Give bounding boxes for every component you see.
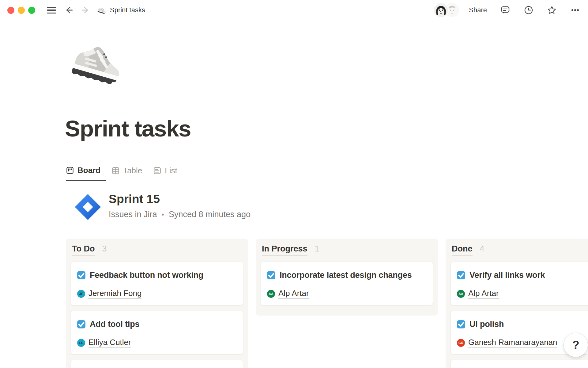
checkbox-checked-icon[interactable] <box>77 320 85 328</box>
collaborator-avatars <box>434 3 459 17</box>
column-title[interactable]: Done <box>452 244 473 256</box>
synced-database-header: Sprint 15 Issues in Jira • Synced 8 minu… <box>74 190 251 224</box>
board-view-icon <box>66 166 74 174</box>
comments-icon[interactable] <box>500 5 510 15</box>
tab-board[interactable]: Board <box>66 164 106 181</box>
task-title: Add tool tips <box>90 320 139 329</box>
more-options-icon[interactable] <box>570 5 580 15</box>
sync-source: Issues in Jira <box>109 210 157 219</box>
assignee-row: AAAlp Artar <box>267 289 427 299</box>
checkbox-checked-icon[interactable] <box>77 271 85 279</box>
sync-header-text: Sprint 15 Issues in Jira • Synced 8 minu… <box>109 190 251 224</box>
task-card[interactable]: Feedback button not workingJFJeremiah Fo… <box>71 262 243 305</box>
tab-table[interactable]: Table <box>106 164 148 180</box>
sneaker-icon <box>97 6 106 15</box>
task-title-row: Add tool tips <box>77 318 237 330</box>
assignee-row: ECElliya Cutler <box>77 338 237 348</box>
dot-separator: • <box>162 210 164 219</box>
board: To Do3Feedback button not workingJFJerem… <box>66 239 588 368</box>
assignee-avatar: AA <box>267 290 275 298</box>
column-title[interactable]: To Do <box>72 244 95 256</box>
task-title-row: Feedback button not working <box>77 269 237 281</box>
sidebar-toggle-icon[interactable] <box>46 6 57 15</box>
back-icon[interactable] <box>64 5 74 15</box>
jira-logo-icon <box>74 190 101 224</box>
tab-label: Table <box>123 166 142 175</box>
table-view-icon <box>111 167 120 175</box>
zoom-button[interactable] <box>28 7 35 14</box>
list-view-icon <box>153 167 161 175</box>
task-title: Feedback button not working <box>90 270 203 280</box>
assignee-avatar: AA <box>457 290 465 298</box>
board-column: In Progress1Incorporate latest design ch… <box>256 239 438 316</box>
assignee-name[interactable]: Elliya Cutler <box>89 338 131 348</box>
task-title-row: Verify all links work <box>457 269 588 281</box>
column-count: 1 <box>315 244 319 254</box>
assignee-avatar: GR <box>457 339 465 347</box>
task-card[interactable]: Add tool tipsECElliya Cutler <box>71 311 243 355</box>
assignee-avatar: JF <box>77 290 85 298</box>
top-bar: Sprint tasks <box>0 0 588 20</box>
checkbox-checked-icon[interactable] <box>457 320 465 328</box>
column-header: Done4 <box>452 244 588 256</box>
task-title: Incorporate latest design changes <box>280 270 412 280</box>
column-header: To Do3 <box>72 244 242 256</box>
sync-subtitle: Issues in Jira • Synced 8 minutes ago <box>109 210 251 219</box>
task-title: Verify all links work <box>469 270 545 280</box>
tab-label: Board <box>77 166 100 175</box>
assignee-name[interactable]: Ganesh Ramanarayanan <box>468 338 557 348</box>
column-header: In Progress1 <box>262 244 432 256</box>
assignee-row: JFJeremiah Fong <box>77 289 237 299</box>
task-card[interactable] <box>71 360 243 368</box>
assignee-name[interactable]: Alp Artar <box>278 289 309 299</box>
tab-list[interactable]: List <box>148 164 183 180</box>
avatar[interactable] <box>434 3 448 17</box>
share-button[interactable]: Share <box>469 6 487 14</box>
sync-title[interactable]: Sprint 15 <box>109 192 251 206</box>
column-count: 4 <box>480 244 484 254</box>
assignee-name[interactable]: Alp Artar <box>468 289 499 299</box>
task-title-row: Incorporate latest design changes <box>267 269 427 281</box>
sync-status: Synced 8 minutes ago <box>169 210 251 219</box>
task-card[interactable]: Incorporate latest design changesAAAlp A… <box>261 262 433 305</box>
close-button[interactable] <box>7 7 14 14</box>
board-column: To Do3Feedback button not workingJFJerem… <box>66 239 248 368</box>
window-controls <box>7 7 35 14</box>
assignee-name[interactable]: Jeremiah Fong <box>89 289 141 299</box>
task-title: UI polish <box>469 320 504 329</box>
view-tabs: Board Table List <box>66 164 524 180</box>
page-title[interactable]: Sprint tasks <box>65 115 191 142</box>
minimize-button[interactable] <box>18 7 25 14</box>
assignee-avatar: EC <box>77 339 85 347</box>
checkbox-checked-icon[interactable] <box>457 271 465 279</box>
task-card[interactable]: Verify all links workAAAlp Artar <box>450 262 588 305</box>
task-card[interactable] <box>450 360 588 368</box>
help-button[interactable]: ? <box>564 333 588 357</box>
favorite-star-icon[interactable] <box>547 5 557 15</box>
task-title-row: UI polish <box>457 318 588 330</box>
column-title[interactable]: In Progress <box>262 244 307 256</box>
checkbox-checked-icon[interactable] <box>267 271 275 279</box>
breadcrumb[interactable]: Sprint tasks <box>110 6 145 14</box>
page-icon-sneaker[interactable] <box>69 35 123 90</box>
assignee-row: AAAlp Artar <box>457 289 588 299</box>
column-count: 3 <box>102 244 107 254</box>
forward-icon[interactable] <box>81 5 90 15</box>
notion-window: Sprint tasks <box>0 0 588 368</box>
updates-clock-icon[interactable] <box>524 5 533 15</box>
tab-label: List <box>165 166 177 175</box>
